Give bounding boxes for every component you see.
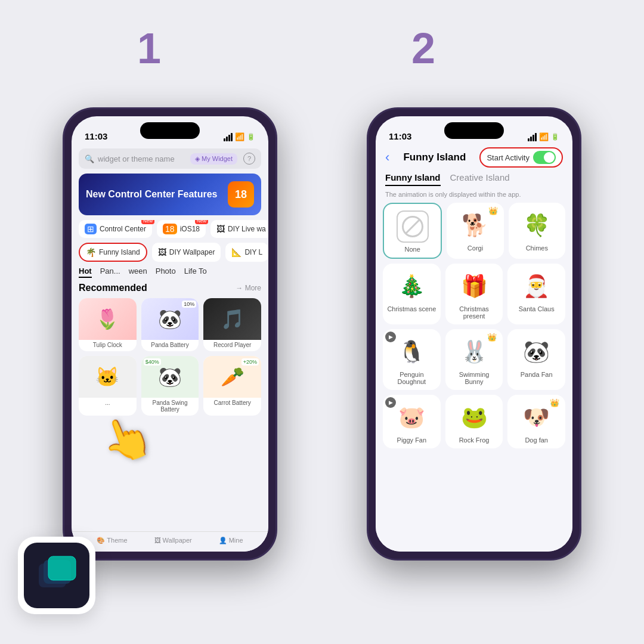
diy-live-icon: 🖼 bbox=[216, 224, 225, 234]
island-panda-fan[interactable]: 🐼 Panda Fan bbox=[507, 329, 565, 390]
dog-fan-label: Dog fan bbox=[525, 436, 548, 444]
svg-rect-2 bbox=[48, 556, 76, 580]
widget-record-player[interactable]: 🎵 Record Player bbox=[203, 298, 261, 351]
island-none[interactable]: None bbox=[383, 203, 442, 259]
island-christmas-present[interactable]: 🎁 Christmas present bbox=[445, 264, 503, 324]
category-funny-island[interactable]: 🌴 Funny Island bbox=[79, 243, 147, 262]
diy-wallpaper-icon: 🖼 bbox=[158, 247, 166, 257]
tab-creative-island[interactable]: Creative Island bbox=[450, 172, 510, 186]
time-2: 11:03 bbox=[389, 131, 411, 141]
dog-fan-icon: 🐶 bbox=[520, 401, 553, 434]
funny-island-label: Funny Island bbox=[99, 248, 140, 256]
tag-halloween[interactable]: ween bbox=[129, 267, 147, 278]
category-diy-live[interactable]: 🖼 DIY Live wa bbox=[210, 220, 268, 238]
none-icon-container bbox=[396, 210, 429, 243]
phone-1: 11:03 📶 🔋 🔍 widge bbox=[63, 107, 277, 561]
more-link[interactable]: → More bbox=[236, 284, 261, 292]
chimes-icon: 🍀 bbox=[520, 209, 553, 242]
animation-note: The animation is only displayed within t… bbox=[376, 188, 572, 203]
island-rock-frog[interactable]: 🐸 Rock Frog bbox=[445, 395, 503, 448]
tab-wallpaper[interactable]: 🖼 Wallpaper bbox=[154, 537, 192, 544]
tag-life[interactable]: Life To bbox=[184, 267, 207, 278]
widget-carrot-battery[interactable]: 🥕 +20% Carrot Battery bbox=[203, 356, 261, 416]
category-ios18[interactable]: 18 iOS18 New bbox=[157, 220, 206, 238]
wifi-icon-2: 📶 bbox=[539, 132, 549, 141]
chimes-label: Chimes bbox=[526, 244, 548, 252]
dynamic-island-1 bbox=[140, 122, 200, 139]
island-chimes[interactable]: 🍀 Chimes bbox=[509, 203, 565, 259]
island-penguin-doughnut[interactable]: ▶ 🐧 Penguin Doughnut bbox=[383, 329, 441, 390]
none-label: None bbox=[405, 246, 420, 253]
island-swimming-bunny[interactable]: 👑 🐰 Swimming Bunny bbox=[445, 329, 503, 390]
bunny-label: Swimming Bunny bbox=[449, 371, 500, 385]
phone-1-content: 🔍 widget or theme name ◈ My Widget ? New… bbox=[72, 145, 268, 552]
step-2-number: 2 bbox=[411, 24, 435, 73]
category-diy-wallpaper[interactable]: 🖼 DIY Wallpaper bbox=[152, 243, 221, 262]
island-row-1: None 👑 🐕 Corgi 🍀 Chimes bbox=[383, 203, 565, 259]
battery-icon-2: 🔋 bbox=[551, 133, 559, 141]
search-bar[interactable]: 🔍 widget or theme name ◈ My Widget ? bbox=[79, 148, 261, 169]
start-activity-toggle[interactable] bbox=[533, 151, 556, 164]
widget-tulip-clock[interactable]: 🌷 Tulip Clock bbox=[79, 298, 137, 351]
nav-bar-2: Funny Island Start Activity bbox=[376, 145, 572, 172]
my-widget-button[interactable]: ◈ My Widget bbox=[190, 153, 237, 165]
island-christmas-scene[interactable]: 🎄 Christmas scene bbox=[383, 264, 441, 324]
bottom-tabs: 🎨 Theme 🖼 Wallpaper 👤 Mine bbox=[72, 531, 268, 552]
widget-row-1: 🌷 Tulip Clock 🐼 10% Panda Battery 🎵 Reco… bbox=[72, 298, 268, 356]
back-button[interactable] bbox=[385, 151, 389, 164]
banner[interactable]: New Control Center Features 18 bbox=[79, 174, 261, 215]
cc-icon: ⊞ bbox=[85, 224, 97, 234]
battery-icon: 🔋 bbox=[247, 133, 255, 141]
corgi-label: Corgi bbox=[467, 244, 483, 252]
ios18-badge: 18 bbox=[228, 181, 254, 208]
island-santa-claus[interactable]: 🎅 Santa Claus bbox=[507, 264, 565, 324]
tab-funny-island[interactable]: Funny Island bbox=[385, 172, 441, 186]
widget-row-2: 🐱 ... 🐼 $40% Panda Swing Battery 🥕 bbox=[72, 356, 268, 416]
signal-icon bbox=[224, 133, 233, 141]
phone-2-content: Funny Island Start Activity Funny Island… bbox=[376, 145, 572, 552]
tag-panda[interactable]: Pan... bbox=[100, 267, 120, 278]
recommended-title: Recommended bbox=[79, 283, 147, 293]
category-diy-l[interactable]: 📐 DIY L bbox=[225, 243, 268, 262]
piggy-play-badge: ▶ bbox=[385, 397, 396, 408]
panda-fan-icon: 🐼 bbox=[520, 335, 553, 369]
christmas-scene-label: Christmas scene bbox=[387, 305, 436, 312]
phone-2-screen: 11:03 📶 🔋 bbox=[376, 116, 572, 552]
christmas-scene-icon: 🎄 bbox=[395, 270, 428, 303]
santa-claus-label: Santa Claus bbox=[519, 305, 555, 312]
swing-badge: $40% bbox=[144, 358, 161, 366]
start-activity-button[interactable]: Start Activity bbox=[479, 147, 563, 168]
panda-battery-badge: 10% bbox=[182, 301, 196, 308]
christmas-present-label: Christmas present bbox=[449, 305, 500, 320]
app-icon-container bbox=[18, 537, 95, 614]
cc-new-badge: New bbox=[141, 220, 154, 224]
cat-label: ... bbox=[103, 398, 112, 409]
island-dog-fan[interactable]: 👑 🐶 Dog fan bbox=[507, 395, 565, 448]
island-corgi[interactable]: 👑 🐕 Corgi bbox=[447, 203, 503, 259]
bunny-crown: 👑 bbox=[487, 333, 497, 342]
widget-panda-swing[interactable]: 🐼 $40% Panda Swing Battery bbox=[141, 356, 199, 416]
penguin-icon: 🐧 bbox=[395, 335, 428, 369]
tab-theme[interactable]: 🎨 Theme bbox=[97, 537, 127, 544]
help-button[interactable]: ? bbox=[243, 153, 255, 165]
cat-thumb: 🐱 bbox=[79, 356, 137, 398]
none-icon bbox=[397, 210, 429, 243]
tag-hot[interactable]: Hot bbox=[79, 267, 92, 278]
island-row-3: ▶ 🐧 Penguin Doughnut 👑 🐰 Swimming Bunny … bbox=[383, 329, 565, 390]
none-slash bbox=[402, 216, 423, 237]
status-icons-1: 📶 🔋 bbox=[224, 132, 255, 141]
widget-cat-clock[interactable]: 🐱 ... bbox=[79, 356, 137, 416]
tab-mine[interactable]: 👤 Mine bbox=[219, 537, 243, 544]
corgi-crown: 👑 bbox=[488, 206, 498, 215]
penguin-label: Penguin Doughnut bbox=[386, 371, 437, 385]
rock-frog-icon: 🐸 bbox=[457, 401, 491, 434]
funny-island-icon: 🌴 bbox=[86, 247, 96, 257]
categories-row-2: 🌴 Funny Island 🖼 DIY Wallpaper 📐 DIY L bbox=[72, 243, 268, 267]
category-control-center[interactable]: ⊞ Control Center New bbox=[79, 220, 152, 238]
swing-label: Panda Swing Battery bbox=[141, 398, 199, 416]
island-piggy-fan[interactable]: ▶ 🐷 Piggy Fan bbox=[383, 395, 441, 448]
diy-live-label: DIY Live wa bbox=[228, 225, 266, 233]
tag-photo[interactable]: Photo bbox=[156, 267, 176, 278]
piggy-label: Piggy Fan bbox=[397, 436, 427, 444]
widget-panda-battery[interactable]: 🐼 10% Panda Battery bbox=[141, 298, 199, 351]
